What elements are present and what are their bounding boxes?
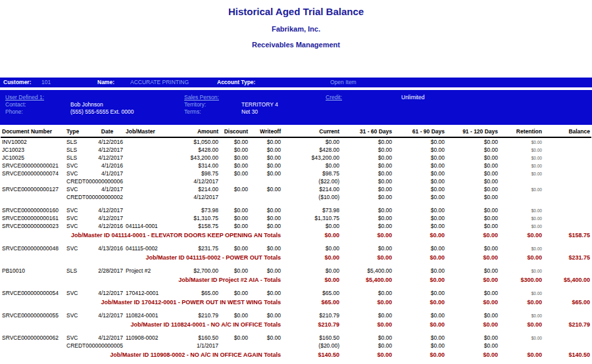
cell-document-number: INV10002 <box>1 137 65 146</box>
cell-date: 4/13/2016 <box>90 244 124 252</box>
cell-amount: $2,700.00 <box>185 267 220 275</box>
cell-91-120-days: $0.00 <box>446 214 499 222</box>
terms-value: Net 30 <box>241 108 258 116</box>
cell-current: $98.75 <box>282 170 341 177</box>
cell-retention: $0.00 <box>499 206 543 214</box>
cell-type: SVC <box>65 185 90 193</box>
column-header-type: Type <box>65 127 90 137</box>
cell-31-60-days: $0.00 <box>341 146 393 154</box>
cell-total-balance: $65.00 <box>543 297 591 306</box>
cell-credit-document: CREDT000000000002 <box>65 193 185 201</box>
cell-discount: $0.00 <box>220 244 249 252</box>
cell-total-balance: $140.50 <box>543 350 591 359</box>
cell-31-60-days: $0.00 <box>341 244 393 252</box>
credit-value: Unlimited <box>401 94 424 101</box>
cell-total-retention: $300.00 <box>499 275 543 284</box>
cell-retention: $0.00 <box>499 185 543 193</box>
cell-discount: $0.00 <box>220 334 249 342</box>
cell-amount: $98.75 <box>185 170 220 177</box>
cell-retention: $0.00 <box>499 146 543 154</box>
cell-61-90-days: $0.00 <box>393 311 446 319</box>
cell-total-retention: $0.00 <box>499 230 543 239</box>
cell-credit-date: 1/1/2017 <box>185 342 220 350</box>
cell-date: 2/28/2017 <box>90 267 124 275</box>
cell-job-master <box>124 154 185 162</box>
cell-retention: $0.00 <box>499 222 543 230</box>
cell-document-number: SRVCE000000000161 <box>1 214 65 222</box>
cell-61-90-days: $0.00 <box>393 185 446 193</box>
cell-amount: $1,310.75 <box>185 214 220 222</box>
cell-date: 4/1/2016 <box>90 162 124 170</box>
cell-date: 4/12/2016 <box>90 222 124 230</box>
cell-61-90-days: $0.00 <box>393 146 446 154</box>
spacer-row <box>1 284 591 289</box>
cell-job-master <box>124 206 185 214</box>
cell-total-balance: $210.79 <box>543 319 591 329</box>
cell-date: 4/12/2017 <box>90 146 124 154</box>
cell-balance <box>543 177 591 185</box>
document-row: SRVCE000000000023SVC4/12/2016041114-0001… <box>1 222 591 230</box>
cell-total-31-60-days: $5,400.00 <box>341 275 393 284</box>
cell-total-91-120-days: $0.00 <box>446 275 499 284</box>
cell-total-current: $140.50 <box>282 350 341 359</box>
cell-document-number: SRVCE000000000062 <box>1 334 65 342</box>
column-header-date: Date <box>90 127 124 137</box>
cell-retention: $0.00 <box>499 311 543 319</box>
cell-current: $210.79 <box>282 311 341 319</box>
cell-document-number: PB10010 <box>1 267 65 275</box>
credit-apply-row: CREDT0000000000051/1/2017($20.00)$0.00$0… <box>1 342 591 350</box>
cell-writeoff: $0.00 <box>249 222 282 230</box>
cell-discount: $0.00 <box>220 289 249 297</box>
cell-date: 4/12/2016 <box>90 137 124 146</box>
cell-current: $65.00 <box>282 289 341 297</box>
cell-job-master <box>124 214 185 222</box>
document-row: SRVCE000000000062SVC4/12/2017110908-0002… <box>1 334 591 342</box>
cell-discount: $0.00 <box>220 267 249 275</box>
cell-writeoff <box>249 177 282 185</box>
cell-61-90-days: $0.00 <box>393 342 446 350</box>
cell-type: SVC <box>65 206 90 214</box>
cell-total-balance: $231.75 <box>543 252 591 262</box>
cell-total-balance: $158.75 <box>543 230 591 239</box>
cell-retention <box>499 177 543 185</box>
cell-discount: $0.00 <box>220 206 249 214</box>
cell-total-61-90-days: $0.00 <box>393 252 446 262</box>
cell-type: SLS <box>65 137 90 146</box>
cell-31-60-days: $0.00 <box>341 185 393 193</box>
phone-value: (555) 555-5555 Ext. 0000 <box>70 108 134 116</box>
cell-discount: $0.00 <box>220 146 249 154</box>
company-name: Fabrikam, Inc. <box>0 25 592 33</box>
cell-total-31-60-days: $0.00 <box>341 230 393 239</box>
cell-current: $73.98 <box>282 206 341 214</box>
cell-writeoff: $0.00 <box>249 170 282 177</box>
cell-61-90-days: $0.00 <box>393 289 446 297</box>
table-header: Document NumberTypeDateJob/MasterAmountD… <box>1 127 591 137</box>
customer-detail-band: User Defined 1: Sales Person: Credit: Un… <box>0 90 592 125</box>
cell-writeoff: $0.00 <box>249 206 282 214</box>
cell-discount: $0.00 <box>220 137 249 146</box>
cell-credit-date: 4/12/2017 <box>185 193 220 201</box>
cell-31-60-days: $0.00 <box>341 154 393 162</box>
column-header-job-master: Job/Master <box>124 127 185 137</box>
sales-person-label: Sales Person: <box>184 94 219 101</box>
cell-empty <box>1 177 65 185</box>
cell-31-60-days: $0.00 <box>341 334 393 342</box>
credit-apply-row: CREDT0000000000024/12/2017($10.00)$0.00$… <box>1 193 591 201</box>
cell-discount <box>220 342 249 350</box>
cell-balance <box>543 334 591 342</box>
cell-total-current: $0.00 <box>282 252 341 262</box>
spacer-row <box>1 306 591 311</box>
document-row: SRVCE000000000127SVC4/1/2017$214.00$0.00… <box>1 185 591 193</box>
credit-label: Credit: <box>326 94 342 101</box>
cell-31-60-days: $5,400.00 <box>341 267 393 275</box>
cell-91-120-days: $0.00 <box>446 244 499 252</box>
document-row: INV10002SLS4/12/2016$1,050.00$0.00$0.00$… <box>1 137 591 146</box>
customer-value: 101 <box>41 79 51 86</box>
spacer-cell <box>1 239 591 244</box>
cell-writeoff: $0.00 <box>249 244 282 252</box>
cell-amount: $158.75 <box>185 222 220 230</box>
cell-balance <box>543 244 591 252</box>
job-master-total-row: Job/Master ID 110908-0002 - NO A/C IN OF… <box>1 350 591 359</box>
cell-total-61-90-days: $0.00 <box>393 275 446 284</box>
cell-retention <box>499 193 543 201</box>
